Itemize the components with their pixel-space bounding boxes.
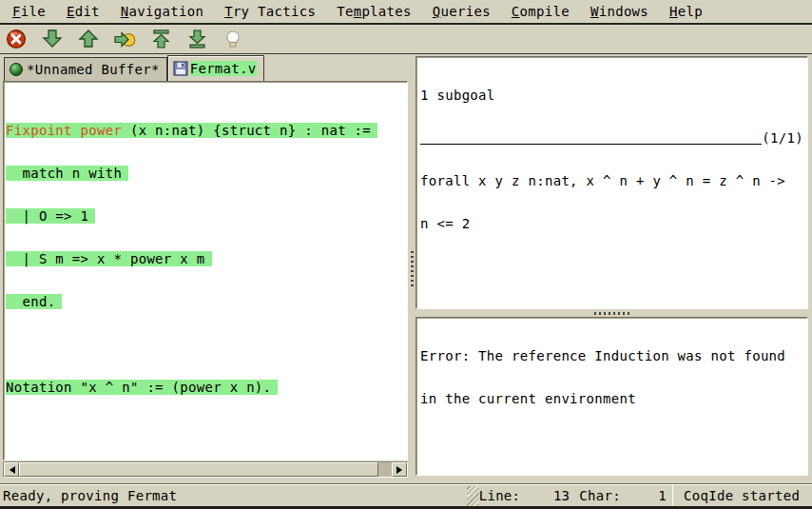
code-line: Fixpoint power (x n:nat) {struct n} : na…	[6, 124, 407, 138]
status-ready-text: Ready, proving Fermat	[0, 488, 467, 503]
error-line: Error: The reference Induction was not f…	[420, 349, 803, 363]
menu-item-file[interactable]: File	[2, 2, 56, 22]
buffer-tabbar: *Unnamed Buffer* Fermat.v	[3, 54, 408, 81]
resize-grip-icon[interactable]	[467, 486, 479, 506]
goal-separator: (1/1)	[420, 131, 803, 146]
menu-item-navigation[interactable]: Navigation	[110, 2, 214, 22]
go-top-icon	[150, 29, 171, 49]
status-message: CoqIde started	[673, 488, 812, 503]
char-label: Char:	[579, 488, 621, 503]
goal-line: forall x y z n:nat, x ^ n + y ^ n = z ^ …	[420, 174, 803, 188]
menubar: File Edit Navigation Try Tactics Templat…	[0, 0, 812, 25]
tab-unnamed-buffer[interactable]: *Unnamed Buffer*	[4, 57, 167, 81]
goto-cursor-icon	[113, 29, 136, 49]
message-panel[interactable]: Error: The reference Induction was not f…	[416, 317, 808, 476]
scrollbar-left-button[interactable]	[4, 462, 19, 477]
splitter-grip-icon	[411, 251, 414, 287]
line-label: Line:	[479, 488, 521, 503]
save-floppy-icon	[173, 61, 188, 76]
script-editor[interactable]: Fixpoint power (x n:nat) {struct n} : na…	[3, 81, 408, 460]
menu-item-edit[interactable]: Edit	[56, 2, 110, 22]
pane-splitter[interactable]	[408, 54, 416, 483]
code-line: | O => 1	[6, 209, 407, 224]
goto-cursor-button[interactable]	[113, 28, 136, 50]
tab-fermat-v[interactable]: Fermat.v	[167, 55, 264, 81]
go-up-icon	[78, 29, 99, 49]
scrollbar-right-button[interactable]	[392, 462, 407, 477]
panel-divider[interactable]	[416, 309, 808, 317]
code-line: end.	[6, 295, 407, 309]
code-line	[6, 338, 407, 352]
toolbar	[0, 25, 812, 53]
stop-icon	[6, 29, 27, 49]
goal-header: 1 subgoal	[420, 88, 803, 103]
proof-pane: 1 subgoal (1/1) forall x y z n:nat, x ^ …	[416, 56, 808, 476]
menu-item-queries[interactable]: Queries	[422, 2, 501, 22]
coqide-window: File Edit Navigation Try Tactics Templat…	[0, 0, 812, 509]
code-line: | S m => x * power x m	[6, 252, 407, 266]
code-line: match n with	[6, 166, 407, 181]
goal-index: (1/1)	[762, 131, 803, 146]
go-up-button[interactable]	[77, 28, 100, 50]
arrow-right-icon	[396, 466, 406, 474]
scrollbar-thumb[interactable]	[19, 462, 378, 477]
go-top-button[interactable]	[149, 28, 172, 50]
lightbulb-hint-icon	[222, 29, 243, 49]
menu-item-help[interactable]: Help	[659, 2, 713, 22]
goal-line: n <= 2	[420, 217, 803, 231]
h-scrollbar[interactable]	[3, 461, 408, 478]
line-value: 13	[520, 488, 570, 503]
go-down-button[interactable]	[41, 28, 64, 50]
status-bar: Ready, proving Fermat Line: 13 Char: 1 C…	[0, 483, 812, 509]
error-line: in the current environment	[420, 392, 803, 406]
hint-button[interactable]	[222, 28, 244, 50]
divider-grip-icon	[594, 312, 630, 315]
goal-panel[interactable]: 1 subgoal (1/1) forall x y z n:nat, x ^ …	[416, 56, 808, 309]
goal-rule-line	[420, 144, 762, 145]
arrow-left-icon	[6, 466, 15, 474]
menu-item-templates[interactable]: Templates	[326, 2, 422, 22]
menu-item-try-tactics[interactable]: Try Tactics	[214, 2, 326, 22]
go-bottom-button[interactable]	[185, 28, 208, 50]
char-value: 1	[621, 488, 667, 503]
go-bottom-icon	[186, 29, 207, 49]
scrollbar-track[interactable]	[378, 462, 392, 477]
main-area: *Unnamed Buffer* Fermat.v Fixpoint power…	[0, 53, 812, 483]
code-line	[6, 423, 407, 438]
menu-item-windows[interactable]: Windows	[580, 2, 659, 22]
stop-button[interactable]	[5, 28, 28, 50]
tab-unnamed-buffer-label: *Unnamed Buffer*	[27, 62, 160, 77]
menu-item-compile[interactable]: Compile	[501, 2, 580, 22]
buffer-status-icon	[10, 63, 23, 76]
code-line: Notation "x ^ n" := (power x n).	[6, 381, 407, 395]
script-pane: *Unnamed Buffer* Fermat.v Fixpoint power…	[0, 54, 408, 483]
go-down-icon	[42, 29, 63, 49]
tab-fermat-v-label: Fermat.v	[190, 61, 257, 76]
